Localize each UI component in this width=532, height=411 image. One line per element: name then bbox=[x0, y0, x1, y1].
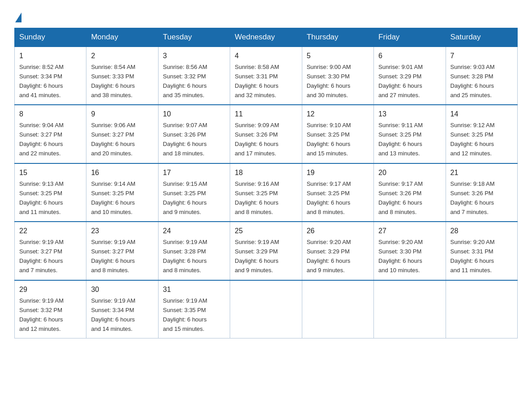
calendar-day-cell: 20 Sunrise: 9:17 AMSunset: 3:26 PMDaylig… bbox=[374, 163, 446, 222]
day-number: 24 bbox=[163, 226, 225, 237]
day-info: Sunrise: 9:20 AMSunset: 3:29 PMDaylight:… bbox=[307, 239, 351, 274]
day-info: Sunrise: 9:00 AMSunset: 3:30 PMDaylight:… bbox=[307, 64, 351, 98]
calendar-day-cell: 15 Sunrise: 9:13 AMSunset: 3:25 PMDaylig… bbox=[15, 163, 86, 222]
calendar-day-cell: 23 Sunrise: 9:19 AMSunset: 3:27 PMDaylig… bbox=[86, 222, 158, 280]
day-number: 17 bbox=[163, 167, 225, 179]
day-info: Sunrise: 9:19 AMSunset: 3:29 PMDaylight:… bbox=[235, 239, 279, 274]
day-number: 31 bbox=[163, 284, 225, 295]
calendar-day-cell: 8 Sunrise: 9:04 AMSunset: 3:27 PMDayligh… bbox=[15, 105, 86, 163]
day-info: Sunrise: 9:03 AMSunset: 3:28 PMDaylight:… bbox=[450, 64, 495, 98]
day-info: Sunrise: 8:56 AMSunset: 3:32 PMDaylight:… bbox=[163, 64, 207, 98]
calendar-week-row: 29 Sunrise: 9:19 AMSunset: 3:32 PMDaylig… bbox=[15, 280, 518, 338]
day-info: Sunrise: 9:19 AMSunset: 3:27 PMDaylight:… bbox=[19, 239, 64, 274]
calendar-week-row: 8 Sunrise: 9:04 AMSunset: 3:27 PMDayligh… bbox=[15, 105, 518, 163]
day-info: Sunrise: 8:54 AMSunset: 3:33 PMDaylight:… bbox=[91, 64, 135, 98]
calendar-day-cell: 17 Sunrise: 9:15 AMSunset: 3:25 PMDaylig… bbox=[158, 163, 230, 222]
calendar-day-cell: 25 Sunrise: 9:19 AMSunset: 3:29 PMDaylig… bbox=[230, 222, 302, 280]
calendar-day-cell: 19 Sunrise: 9:17 AMSunset: 3:25 PMDaylig… bbox=[302, 163, 373, 222]
day-info: Sunrise: 9:17 AMSunset: 3:26 PMDaylight:… bbox=[378, 180, 423, 215]
day-of-week-header: Thursday bbox=[302, 28, 373, 47]
day-number: 10 bbox=[163, 109, 225, 120]
calendar-day-cell: 11 Sunrise: 9:09 AMSunset: 3:26 PMDaylig… bbox=[230, 105, 302, 163]
page-header bbox=[14, 11, 518, 20]
day-number: 20 bbox=[378, 167, 441, 179]
day-number: 2 bbox=[91, 51, 153, 62]
day-info: Sunrise: 9:19 AMSunset: 3:35 PMDaylight:… bbox=[163, 297, 207, 332]
day-number: 30 bbox=[91, 284, 153, 295]
day-info: Sunrise: 9:19 AMSunset: 3:28 PMDaylight:… bbox=[163, 239, 207, 274]
day-info: Sunrise: 9:14 AMSunset: 3:25 PMDaylight:… bbox=[91, 180, 135, 215]
day-info: Sunrise: 9:01 AMSunset: 3:29 PMDaylight:… bbox=[378, 64, 423, 98]
day-number: 25 bbox=[235, 226, 297, 237]
calendar-header-row: SundayMondayTuesdayWednesdayThursdayFrid… bbox=[15, 28, 518, 47]
day-info: Sunrise: 9:07 AMSunset: 3:26 PMDaylight:… bbox=[163, 122, 207, 157]
calendar-day-cell: 5 Sunrise: 9:00 AMSunset: 3:30 PMDayligh… bbox=[302, 47, 373, 105]
day-of-week-header: Friday bbox=[374, 28, 446, 47]
day-of-week-header: Saturday bbox=[446, 28, 517, 47]
day-info: Sunrise: 8:58 AMSunset: 3:31 PMDaylight:… bbox=[235, 64, 279, 98]
day-number: 29 bbox=[19, 284, 82, 295]
day-info: Sunrise: 9:06 AMSunset: 3:27 PMDaylight:… bbox=[91, 122, 135, 157]
calendar-day-cell: 4 Sunrise: 8:58 AMSunset: 3:31 PMDayligh… bbox=[230, 47, 302, 105]
calendar-day-cell: 1 Sunrise: 8:52 AMSunset: 3:34 PMDayligh… bbox=[15, 47, 86, 105]
calendar-day-cell: 27 Sunrise: 9:20 AMSunset: 3:30 PMDaylig… bbox=[374, 222, 446, 280]
day-number: 22 bbox=[19, 226, 82, 237]
day-info: Sunrise: 9:12 AMSunset: 3:25 PMDaylight:… bbox=[450, 122, 495, 157]
day-info: Sunrise: 9:04 AMSunset: 3:27 PMDaylight:… bbox=[19, 122, 64, 157]
calendar-week-row: 15 Sunrise: 9:13 AMSunset: 3:25 PMDaylig… bbox=[15, 163, 518, 222]
day-info: Sunrise: 9:18 AMSunset: 3:26 PMDaylight:… bbox=[450, 180, 495, 215]
calendar-day-cell: 21 Sunrise: 9:18 AMSunset: 3:26 PMDaylig… bbox=[446, 163, 517, 222]
day-number: 6 bbox=[378, 51, 441, 62]
calendar-table: SundayMondayTuesdayWednesdayThursdayFrid… bbox=[14, 28, 518, 338]
day-info: Sunrise: 9:17 AMSunset: 3:25 PMDaylight:… bbox=[307, 180, 351, 215]
day-info: Sunrise: 9:10 AMSunset: 3:25 PMDaylight:… bbox=[307, 122, 351, 157]
day-info: Sunrise: 8:52 AMSunset: 3:34 PMDaylight:… bbox=[19, 64, 64, 98]
calendar-day-cell: 16 Sunrise: 9:14 AMSunset: 3:25 PMDaylig… bbox=[86, 163, 158, 222]
day-number: 28 bbox=[450, 226, 513, 237]
day-number: 14 bbox=[450, 109, 513, 120]
calendar-day-cell: 10 Sunrise: 9:07 AMSunset: 3:26 PMDaylig… bbox=[158, 105, 230, 163]
day-number: 18 bbox=[235, 167, 297, 179]
calendar-day-cell: 7 Sunrise: 9:03 AMSunset: 3:28 PMDayligh… bbox=[446, 47, 517, 105]
calendar-day-cell bbox=[374, 280, 446, 338]
calendar-day-cell: 14 Sunrise: 9:12 AMSunset: 3:25 PMDaylig… bbox=[446, 105, 517, 163]
calendar-week-row: 1 Sunrise: 8:52 AMSunset: 3:34 PMDayligh… bbox=[15, 47, 518, 105]
day-info: Sunrise: 9:20 AMSunset: 3:31 PMDaylight:… bbox=[450, 239, 495, 274]
day-of-week-header: Monday bbox=[86, 28, 158, 47]
day-number: 26 bbox=[307, 226, 369, 237]
calendar-day-cell: 18 Sunrise: 9:16 AMSunset: 3:25 PMDaylig… bbox=[230, 163, 302, 222]
day-info: Sunrise: 9:19 AMSunset: 3:34 PMDaylight:… bbox=[91, 297, 135, 332]
day-number: 19 bbox=[307, 167, 369, 179]
calendar-day-cell: 9 Sunrise: 9:06 AMSunset: 3:27 PMDayligh… bbox=[86, 105, 158, 163]
day-info: Sunrise: 9:13 AMSunset: 3:25 PMDaylight:… bbox=[19, 180, 64, 215]
day-of-week-header: Tuesday bbox=[158, 28, 230, 47]
day-info: Sunrise: 9:15 AMSunset: 3:25 PMDaylight:… bbox=[163, 180, 207, 215]
day-number: 4 bbox=[235, 51, 297, 62]
day-number: 15 bbox=[19, 167, 82, 179]
calendar-day-cell bbox=[446, 280, 517, 338]
day-info: Sunrise: 9:09 AMSunset: 3:26 PMDaylight:… bbox=[235, 122, 279, 157]
day-number: 11 bbox=[235, 109, 297, 120]
calendar-day-cell: 26 Sunrise: 9:20 AMSunset: 3:29 PMDaylig… bbox=[302, 222, 373, 280]
day-number: 27 bbox=[378, 226, 441, 237]
day-number: 8 bbox=[19, 109, 82, 120]
calendar-day-cell: 24 Sunrise: 9:19 AMSunset: 3:28 PMDaylig… bbox=[158, 222, 230, 280]
calendar-day-cell: 2 Sunrise: 8:54 AMSunset: 3:33 PMDayligh… bbox=[86, 47, 158, 105]
calendar-day-cell bbox=[230, 280, 302, 338]
logo-triangle-icon bbox=[15, 13, 21, 22]
day-number: 16 bbox=[91, 167, 153, 179]
calendar-day-cell: 28 Sunrise: 9:20 AMSunset: 3:31 PMDaylig… bbox=[446, 222, 517, 280]
calendar-day-cell: 31 Sunrise: 9:19 AMSunset: 3:35 PMDaylig… bbox=[158, 280, 230, 338]
calendar-day-cell: 3 Sunrise: 8:56 AMSunset: 3:32 PMDayligh… bbox=[158, 47, 230, 105]
day-info: Sunrise: 9:20 AMSunset: 3:30 PMDaylight:… bbox=[378, 239, 423, 274]
day-number: 21 bbox=[450, 167, 513, 179]
day-number: 1 bbox=[19, 51, 82, 62]
day-number: 5 bbox=[307, 51, 369, 62]
day-of-week-header: Sunday bbox=[15, 28, 86, 47]
day-number: 13 bbox=[378, 109, 441, 120]
calendar-week-row: 22 Sunrise: 9:19 AMSunset: 3:27 PMDaylig… bbox=[15, 222, 518, 280]
calendar-day-cell: 29 Sunrise: 9:19 AMSunset: 3:32 PMDaylig… bbox=[15, 280, 86, 338]
day-info: Sunrise: 9:19 AMSunset: 3:32 PMDaylight:… bbox=[19, 297, 64, 332]
logo bbox=[14, 11, 31, 20]
calendar-day-cell: 13 Sunrise: 9:11 AMSunset: 3:25 PMDaylig… bbox=[374, 105, 446, 163]
